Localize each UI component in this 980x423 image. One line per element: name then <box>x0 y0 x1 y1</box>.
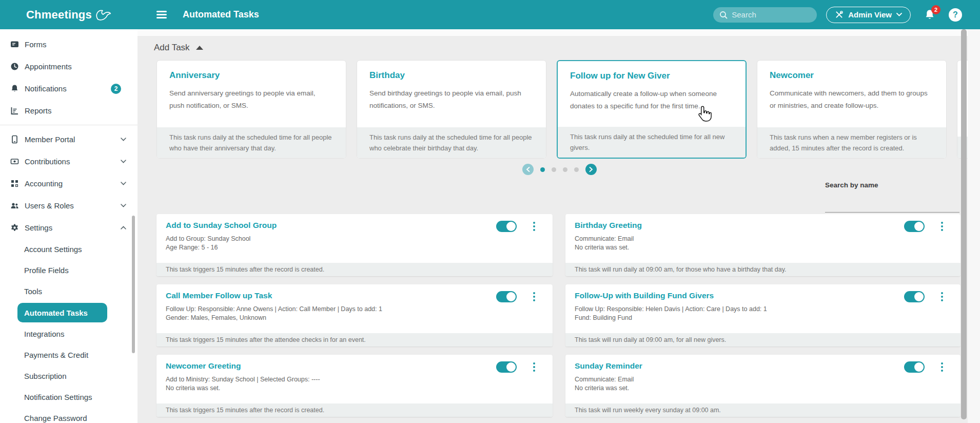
sidebar-item-integrations[interactable]: Integrations <box>0 323 138 344</box>
sidebar-item-forms[interactable]: Forms <box>0 33 138 55</box>
page-title: Automated Tasks <box>183 9 259 20</box>
task-menu-button[interactable] <box>941 292 943 294</box>
notification-count-badge: 2 <box>931 5 940 14</box>
task-title[interactable]: Add to Sunday School Group <box>166 221 543 230</box>
users-icon <box>10 201 19 210</box>
task-row-sunday-reminder: Sunday Reminder Communicate: Email No cr… <box>565 355 961 417</box>
sidebar-item-reports[interactable]: Reports <box>0 100 138 122</box>
sidebar-item-account-settings[interactable]: Account Settings <box>0 239 138 260</box>
sidebar-item-appointments[interactable]: Appointments <box>0 55 138 78</box>
task-footer-note: This task triggers 15 minutes after the … <box>156 333 553 347</box>
task-menu-button[interactable] <box>533 222 535 224</box>
task-footer-note: This task triggers 15 minutes after the … <box>156 403 553 417</box>
task-footer-note: This task will run weekly every sunday a… <box>565 403 961 417</box>
carousel-dot[interactable] <box>540 167 545 172</box>
task-enabled-toggle[interactable] <box>904 291 925 302</box>
task-detail-line: Add to Ministry: Sunday School | Selecte… <box>166 375 543 384</box>
sidebar-subitem-label: Account Settings <box>24 245 82 254</box>
carousel-dot[interactable] <box>552 167 556 172</box>
sidebar-item-settings[interactable]: Settings <box>0 217 138 239</box>
sidebar-subitem-label: Change Password <box>24 414 87 422</box>
sidebar-item-label: Accounting <box>25 179 63 188</box>
app-logo[interactable]: Chmeetings <box>0 8 138 22</box>
task-menu-button[interactable] <box>533 292 535 294</box>
admin-view-button[interactable]: Admin View <box>826 7 911 23</box>
sidebar-nav: Forms Appointments Notifications 2 Repor… <box>0 29 138 423</box>
menu-toggle-button[interactable] <box>155 8 168 22</box>
add-task-toggle[interactable]: Add Task <box>154 43 203 53</box>
search-icon <box>719 11 728 19</box>
task-detail-line: Follow Up: Responsible: Anne Owens | Act… <box>166 305 543 314</box>
carousel-prev-button[interactable] <box>522 164 534 175</box>
hamburger-icon <box>156 14 167 15</box>
card-footer-note: This task runs daily at the scheduled ti… <box>357 127 546 158</box>
sidebar-item-notification-settings[interactable]: Notification Settings <box>0 387 138 408</box>
task-template-carousel: Anniversary Send anniversary greetings t… <box>156 60 980 159</box>
task-menu-button[interactable] <box>941 222 943 224</box>
task-enabled-toggle[interactable] <box>496 361 517 373</box>
add-task-card-anniversary[interactable]: Anniversary Send anniversary greetings t… <box>156 60 346 159</box>
task-row-add-to-sunday-school-group: Add to Sunday School Group Add to Group:… <box>156 214 553 276</box>
sidebar-item-label: Forms <box>25 40 47 49</box>
task-enabled-toggle[interactable] <box>496 221 517 232</box>
task-footer-note: This task will run daily at 09:00 am, fo… <box>565 333 961 347</box>
dove-logo-icon <box>94 8 111 22</box>
admin-view-label: Admin View <box>848 10 892 19</box>
search-input[interactable] <box>732 10 809 19</box>
task-title[interactable]: Newcomer Greeting <box>166 361 543 371</box>
help-button[interactable]: ? <box>949 8 962 22</box>
logo-text: Chmeetings <box>26 8 92 22</box>
task-detail-line: No criteria was set. <box>166 384 543 393</box>
task-enabled-toggle[interactable] <box>496 291 517 302</box>
task-footer-note: This task triggers 15 minutes after the … <box>156 263 553 276</box>
sidebar-item-payments-credit[interactable]: Payments & Credit <box>0 344 138 366</box>
task-menu-button[interactable] <box>533 362 535 364</box>
add-task-card-birthday[interactable]: Birthday Send birthday greetings to peop… <box>357 60 546 159</box>
task-title[interactable]: Follow-Up with Building Fund Givers <box>575 291 951 300</box>
sidebar-item-change-password[interactable]: Change Password <box>0 408 138 423</box>
carousel-dot[interactable] <box>574 167 579 172</box>
card-title: Newcomer <box>770 70 934 81</box>
sidebar-item-automated-tasks[interactable]: Automated Tasks <box>17 303 107 322</box>
sidebar-item-contributions[interactable]: Contributions <box>0 150 138 172</box>
task-enabled-toggle[interactable] <box>904 221 925 232</box>
task-enabled-toggle[interactable] <box>904 361 925 373</box>
content-top-strip <box>138 29 980 36</box>
sidebar-item-accounting[interactable]: Accounting <box>0 172 138 195</box>
sidebar-subitem-label: Integrations <box>24 330 64 338</box>
sidebar-item-label: Member Portal <box>25 135 75 144</box>
sidebar-subitem-label: Automated Tasks <box>24 309 88 317</box>
add-task-card-follow-up-new-giver[interactable]: Follow up for New Giver Automatically cr… <box>557 60 747 159</box>
sidebar-item-users-roles[interactable]: Users & Roles <box>0 195 138 217</box>
sidebar-item-tools[interactable]: Tools <box>0 281 138 302</box>
sidebar-scrollbar[interactable] <box>132 216 135 353</box>
task-title[interactable]: Sunday Reminder <box>575 361 951 371</box>
search-by-name-input[interactable] <box>825 203 959 213</box>
task-footer-note: This task will run daily at 09:00 am, fo… <box>565 263 961 276</box>
chevron-down-icon <box>121 182 126 185</box>
task-title[interactable]: Birthday Greeting <box>575 221 951 230</box>
sidebar-subitem-label: Payments & Credit <box>24 351 88 359</box>
notifications-button[interactable]: 2 <box>924 9 935 21</box>
sidebar-item-member-portal[interactable]: Member Portal <box>0 128 138 150</box>
global-search[interactable] <box>713 7 817 23</box>
sidebar-item-notifications[interactable]: Notifications 2 <box>0 78 138 100</box>
carousel-dot[interactable] <box>563 167 567 172</box>
task-list: Add to Sunday School Group Add to Group:… <box>156 214 961 417</box>
add-task-card-newcomer[interactable]: Newcomer Communicate with newcomers, add… <box>757 60 947 159</box>
sidebar-item-profile-fields[interactable]: Profile Fields <box>0 260 138 281</box>
task-title[interactable]: Call Member Follow up Task <box>166 291 543 300</box>
card-title: Anniversary <box>169 70 334 81</box>
task-detail-line: Gender: Males, Females, Unknown <box>166 314 543 322</box>
page-scrollbar[interactable] <box>961 29 967 419</box>
sidebar-item-label: Settings <box>25 223 52 232</box>
tools-icon <box>835 10 844 19</box>
sidebar-item-subscription[interactable]: Subscription <box>0 366 138 387</box>
grid-icon <box>10 179 19 188</box>
sidebar-item-label: Users & Roles <box>25 201 74 210</box>
task-menu-button[interactable] <box>941 362 943 364</box>
carousel-next-button[interactable] <box>585 164 597 175</box>
sidebar-subitem-label: Subscription <box>24 372 67 380</box>
form-icon <box>10 40 19 49</box>
card-description: Send anniversary greetings to people via… <box>169 87 334 112</box>
